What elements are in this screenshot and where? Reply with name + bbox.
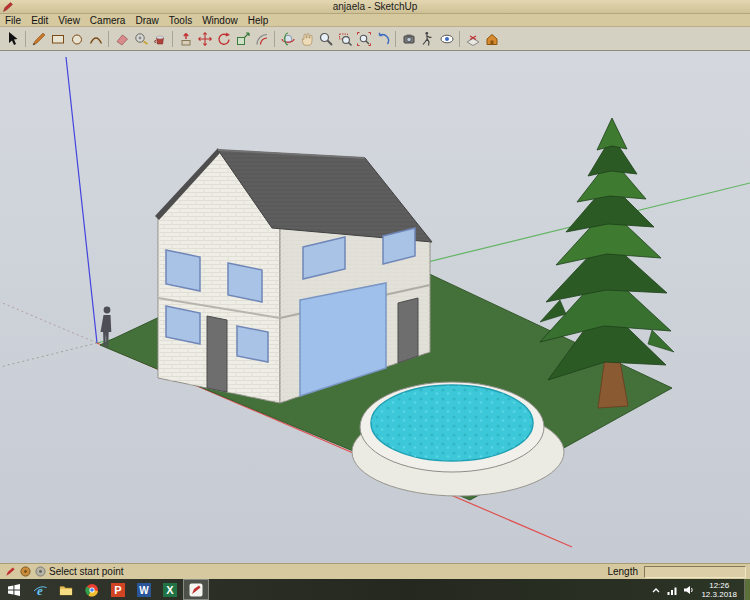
internet-explorer-button[interactable]: e xyxy=(27,579,53,600)
arc-tool-icon[interactable] xyxy=(86,29,105,48)
pan-tool-icon[interactable] xyxy=(297,29,316,48)
menu-camera[interactable]: Camera xyxy=(85,15,131,26)
section-plane-tool-icon[interactable] xyxy=(463,29,482,48)
menu-edit[interactable]: Edit xyxy=(26,15,53,26)
toolbar-separator xyxy=(25,31,26,47)
viewport-3d[interactable] xyxy=(0,51,750,563)
status-message: Select start point xyxy=(49,566,123,577)
clock[interactable]: 12:26 12.3.2018 xyxy=(698,581,740,599)
walk-tool-icon[interactable] xyxy=(418,29,437,48)
orbit-tool-icon[interactable] xyxy=(278,29,297,48)
paint-bucket-tool-icon[interactable] xyxy=(150,29,169,48)
hidden-icons-caret[interactable] xyxy=(650,584,662,596)
sketchup-window: anjaela - SketchUp File Edit View Camera… xyxy=(0,0,750,600)
measurement-box[interactable] xyxy=(644,566,746,578)
toolbar-separator xyxy=(108,31,109,47)
tape-measure-tool-icon[interactable] xyxy=(131,29,150,48)
svg-text:W: W xyxy=(139,585,149,596)
status-bar: Select start point Length xyxy=(0,563,750,579)
chrome-button[interactable] xyxy=(79,579,105,600)
network-icon[interactable] xyxy=(666,584,678,596)
geolocation-icon[interactable] xyxy=(19,566,31,578)
svg-text:X: X xyxy=(166,584,174,596)
look-around-tool-icon[interactable] xyxy=(437,29,456,48)
door[interactable] xyxy=(207,316,227,392)
powerpoint-button[interactable]: P xyxy=(105,579,131,600)
taskbar: e P W X 12:26 12.3.2018 xyxy=(0,579,750,600)
sketchup-taskbar-button[interactable] xyxy=(183,579,209,600)
window-title: anjaela - SketchUp xyxy=(0,1,750,12)
menu-file[interactable]: File xyxy=(0,15,26,26)
title-bar[interactable]: anjaela - SketchUp xyxy=(0,0,750,14)
window[interactable] xyxy=(166,306,200,344)
start-button[interactable] xyxy=(1,579,27,600)
move-tool-icon[interactable] xyxy=(195,29,214,48)
window[interactable] xyxy=(166,250,200,291)
previous-view-tool-icon[interactable] xyxy=(373,29,392,48)
system-tray: 12:26 12.3.2018 xyxy=(650,579,750,600)
measurement-label: Length xyxy=(607,566,638,577)
scale-tool-icon[interactable] xyxy=(233,29,252,48)
circle-tool-icon[interactable] xyxy=(67,29,86,48)
menu-view[interactable]: View xyxy=(53,15,85,26)
rotate-tool-icon[interactable] xyxy=(214,29,233,48)
toolbar-separator xyxy=(459,31,460,47)
file-explorer-button[interactable] xyxy=(53,579,79,600)
line-tool-icon[interactable] xyxy=(29,29,48,48)
window[interactable] xyxy=(237,326,268,362)
sketchup-logo-icon xyxy=(4,566,16,578)
zoom-window-tool-icon[interactable] xyxy=(335,29,354,48)
water-texture xyxy=(371,385,533,461)
credits-icon[interactable] xyxy=(34,566,46,578)
clock-time: 12:26 xyxy=(701,581,737,590)
menu-draw[interactable]: Draw xyxy=(130,15,163,26)
menu-tools[interactable]: Tools xyxy=(164,15,197,26)
select-tool-icon[interactable] xyxy=(3,29,22,48)
model-scene xyxy=(0,51,750,563)
get-models-tool-icon[interactable] xyxy=(482,29,501,48)
menu-help[interactable]: Help xyxy=(243,15,274,26)
position-camera-tool-icon[interactable] xyxy=(399,29,418,48)
clock-date: 12.3.2018 xyxy=(701,590,737,599)
door[interactable] xyxy=(398,298,418,363)
menu-window[interactable]: Window xyxy=(197,15,243,26)
window[interactable] xyxy=(228,263,262,302)
svg-text:e: e xyxy=(37,582,43,597)
toolbar-separator xyxy=(172,31,173,47)
rectangle-tool-icon[interactable] xyxy=(48,29,67,48)
word-button[interactable]: W xyxy=(131,579,157,600)
offset-tool-icon[interactable] xyxy=(252,29,271,48)
zoom-extents-tool-icon[interactable] xyxy=(354,29,373,48)
zoom-tool-icon[interactable] xyxy=(316,29,335,48)
excel-button[interactable]: X xyxy=(157,579,183,600)
show-desktop-button[interactable] xyxy=(744,579,750,600)
push-pull-tool-icon[interactable] xyxy=(176,29,195,48)
toolbar-separator xyxy=(274,31,275,47)
volume-icon[interactable] xyxy=(682,584,694,596)
svg-text:P: P xyxy=(114,584,121,596)
toolbar-separator xyxy=(395,31,396,47)
eraser-tool-icon[interactable] xyxy=(112,29,131,48)
toolbar xyxy=(0,27,750,51)
menu-bar: File Edit View Camera Draw Tools Window … xyxy=(0,14,750,27)
